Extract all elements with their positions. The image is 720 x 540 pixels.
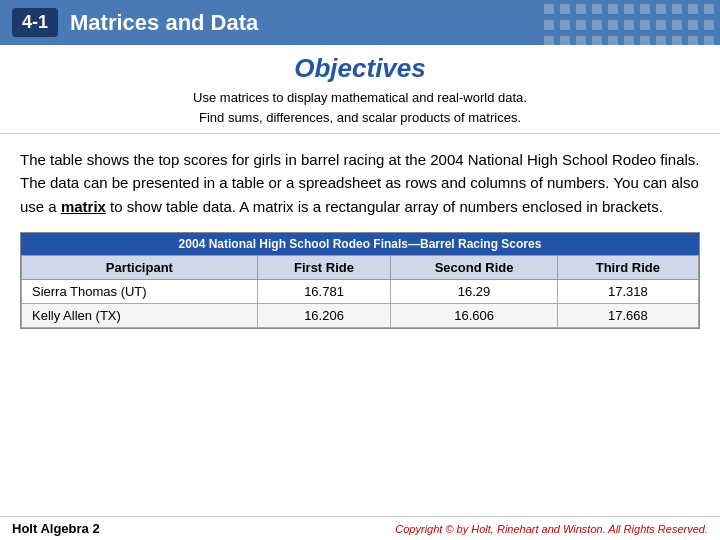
table-row: Sierra Thomas (UT) 16.781 16.29 17.318	[22, 279, 699, 303]
col-header-second-ride: Second Ride	[391, 255, 557, 279]
footer-left: Holt Algebra 2	[12, 521, 100, 536]
objectives-line2: Find sums, differences, and scalar produ…	[16, 108, 704, 128]
header-decoration	[540, 0, 720, 45]
data-table-container: 2004 National High School Rodeo Finals—B…	[20, 232, 700, 329]
footer-right: Copyright © by Holt, Rinehart and Winsto…	[395, 523, 708, 535]
col-header-first-ride: First Ride	[257, 255, 391, 279]
cell-third-ride-1: 17.318	[557, 279, 698, 303]
table-header-row: Participant First Ride Second Ride Third…	[22, 255, 699, 279]
cell-participant-1: Sierra Thomas (UT)	[22, 279, 258, 303]
col-header-participant: Participant	[22, 255, 258, 279]
cell-third-ride-2: 17.668	[557, 303, 698, 327]
table-row: Kelly Allen (TX) 16.206 16.606 17.668	[22, 303, 699, 327]
cell-first-ride-1: 16.781	[257, 279, 391, 303]
objectives-section: Objectives Use matrices to display mathe…	[0, 45, 720, 134]
cell-participant-2: Kelly Allen (TX)	[22, 303, 258, 327]
data-table: Participant First Ride Second Ride Third…	[21, 255, 699, 328]
header: 4-1 Matrices and Data	[0, 0, 720, 45]
cell-first-ride-2: 16.206	[257, 303, 391, 327]
header-title: Matrices and Data	[70, 10, 258, 36]
main-content: The table shows the top scores for girls…	[0, 134, 720, 349]
cell-second-ride-2: 16.606	[391, 303, 557, 327]
matrix-keyword: matrix	[61, 198, 106, 215]
table-title: 2004 National High School Rodeo Finals—B…	[21, 233, 699, 255]
lesson-badge: 4-1	[12, 8, 58, 37]
footer: Holt Algebra 2 Copyright © by Holt, Rine…	[0, 516, 720, 540]
intro-paragraph: The table shows the top scores for girls…	[20, 148, 700, 218]
objectives-line1: Use matrices to display mathematical and…	[16, 88, 704, 108]
col-header-third-ride: Third Ride	[557, 255, 698, 279]
objectives-title: Objectives	[16, 53, 704, 84]
paragraph-after-matrix: to show table data. A matrix is a rectan…	[106, 198, 663, 215]
table-body: Sierra Thomas (UT) 16.781 16.29 17.318 K…	[22, 279, 699, 327]
cell-second-ride-1: 16.29	[391, 279, 557, 303]
